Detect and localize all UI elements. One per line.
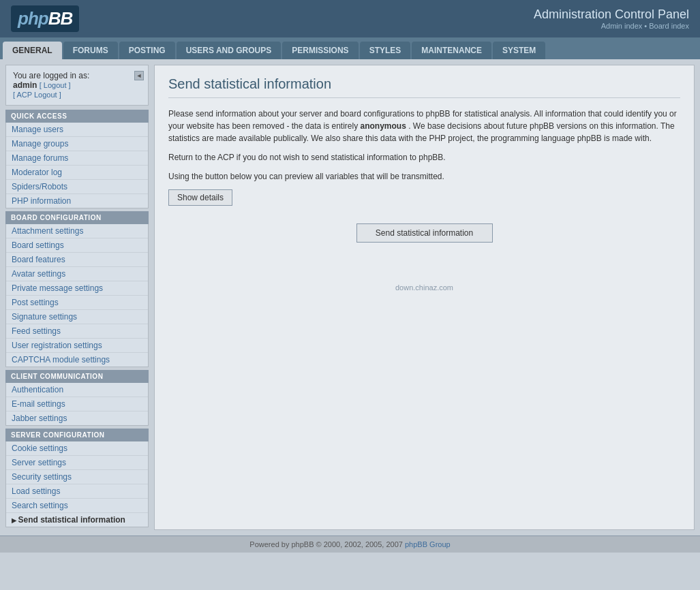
- logout-link[interactable]: [ Logout ]: [40, 81, 71, 89]
- header-right: Administration Control Panel Admin index…: [534, 7, 689, 30]
- sidebar-item-security-settings[interactable]: Security settings: [6, 470, 148, 484]
- server-config-title: SERVER CONFIGURATION: [5, 429, 149, 441]
- client-comm-title: CLIENT COMMUNICATION: [5, 370, 149, 383]
- acp-logout-link[interactable]: [ ACP Logout ]: [13, 91, 61, 99]
- panel-links: Admin index • Board index: [534, 22, 689, 30]
- tab-maintenance[interactable]: MAINTENANCE: [412, 42, 491, 59]
- sidebar-item-manage-users[interactable]: Manage users: [6, 123, 148, 137]
- watermark: down.chinaz.com: [168, 283, 680, 292]
- client-comm-links: Authentication E-mail settings Jabber se…: [5, 383, 149, 426]
- header: phpBB Administration Control Panel Admin…: [0, 0, 700, 37]
- collapse-button[interactable]: ◄: [134, 71, 144, 80]
- content-panel: Send statistical information Please send…: [154, 65, 695, 530]
- sidebar-item-send-statistical[interactable]: Send statistical information: [6, 513, 148, 527]
- logo-area: phpBB: [11, 5, 79, 32]
- sidebar-item-spiders-robots[interactable]: Spiders/Robots: [6, 180, 148, 194]
- sidebar-item-cookie-settings[interactable]: Cookie settings: [6, 441, 148, 456]
- username: admin: [13, 80, 37, 90]
- sidebar-section-board-config: BOARD CONFIGURATION Attachment settings …: [5, 211, 149, 367]
- tab-system[interactable]: SYSTEM: [493, 42, 545, 59]
- admin-index-link[interactable]: Admin index: [601, 22, 643, 30]
- sidebar-item-moderator-log[interactable]: Moderator log: [6, 166, 148, 180]
- content-paragraph3: Using the button below you can preview a…: [168, 170, 680, 183]
- logo: phpBB: [11, 5, 79, 32]
- sidebar-item-board-settings[interactable]: Board settings: [6, 238, 148, 253]
- board-config-title: BOARD CONFIGURATION: [5, 211, 149, 224]
- sidebar-item-captcha[interactable]: CAPTCHA module settings: [6, 353, 148, 367]
- sidebar-item-feed-settings[interactable]: Feed settings: [6, 324, 148, 339]
- sidebar-item-signature-settings[interactable]: Signature settings: [6, 310, 148, 324]
- page-title: Send statistical information: [168, 76, 680, 98]
- sidebar: You are logged in as: admin [ Logout ] […: [5, 65, 149, 530]
- server-config-links: Cookie settings Server settings Security…: [5, 441, 149, 527]
- sidebar-item-email-settings[interactable]: E-mail settings: [6, 397, 148, 412]
- show-details-button[interactable]: Show details: [168, 189, 232, 206]
- quick-access-title: QUICK ACCESS: [5, 110, 149, 123]
- sidebar-item-private-message-settings[interactable]: Private message settings: [6, 281, 148, 296]
- main-container: You are logged in as: admin [ Logout ] […: [0, 59, 700, 535]
- board-index-link[interactable]: Board index: [649, 22, 689, 30]
- panel-title: Administration Control Panel: [534, 7, 689, 22]
- sidebar-item-php-information[interactable]: PHP information: [6, 194, 148, 208]
- sidebar-section-server-config: SERVER CONFIGURATION Cookie settings Ser…: [5, 429, 149, 527]
- phpbb-group-link[interactable]: phpBB Group: [405, 540, 451, 548]
- sidebar-item-server-settings[interactable]: Server settings: [6, 456, 148, 470]
- board-config-links: Attachment settings Board settings Board…: [5, 224, 149, 367]
- footer-text: Powered by phpBB © 2000, 2002, 2005, 200…: [249, 540, 405, 548]
- sidebar-item-search-settings[interactable]: Search settings: [6, 499, 148, 513]
- content-paragraph1: Please send information about your serve…: [168, 108, 680, 144]
- sidebar-item-post-settings[interactable]: Post settings: [6, 296, 148, 310]
- quick-access-links: Manage users Manage groups Manage forums…: [5, 123, 149, 208]
- logged-in-text: You are logged in as:: [13, 71, 141, 80]
- sidebar-section-quick-access: QUICK ACCESS Manage users Manage groups …: [5, 110, 149, 208]
- sidebar-section-client-comm: CLIENT COMMUNICATION Authentication E-ma…: [5, 370, 149, 426]
- sidebar-item-manage-forums[interactable]: Manage forums: [6, 151, 148, 166]
- nav-tabs: GENERAL FORUMS POSTING USERS AND GROUPS …: [0, 37, 700, 59]
- tab-forums[interactable]: FORUMS: [63, 42, 118, 59]
- separator: •: [644, 22, 647, 30]
- sidebar-item-user-registration[interactable]: User registration settings: [6, 339, 148, 353]
- tab-permissions[interactable]: PERMISSIONS: [282, 42, 358, 59]
- send-statistical-button[interactable]: Send statistical information: [356, 223, 493, 243]
- tab-posting[interactable]: POSTING: [119, 42, 175, 59]
- anonymous-word: anonymous: [361, 121, 406, 131]
- sidebar-item-attachment-settings[interactable]: Attachment settings: [6, 224, 148, 238]
- tab-general[interactable]: GENERAL: [3, 42, 62, 59]
- user-info-box: You are logged in as: admin [ Logout ] […: [5, 65, 149, 106]
- tab-users-groups[interactable]: USERS AND GROUPS: [177, 42, 281, 59]
- sidebar-item-jabber-settings[interactable]: Jabber settings: [6, 412, 148, 425]
- footer: Powered by phpBB © 2000, 2002, 2005, 200…: [0, 535, 700, 553]
- sidebar-item-manage-groups[interactable]: Manage groups: [6, 137, 148, 151]
- tab-styles[interactable]: STYLES: [360, 42, 411, 59]
- content-paragraph2: Return to the ACP if you do not wish to …: [168, 151, 680, 164]
- sidebar-item-avatar-settings[interactable]: Avatar settings: [6, 267, 148, 281]
- sidebar-item-load-settings[interactable]: Load settings: [6, 484, 148, 499]
- sidebar-item-authentication[interactable]: Authentication: [6, 383, 148, 397]
- sidebar-item-board-features[interactable]: Board features: [6, 253, 148, 267]
